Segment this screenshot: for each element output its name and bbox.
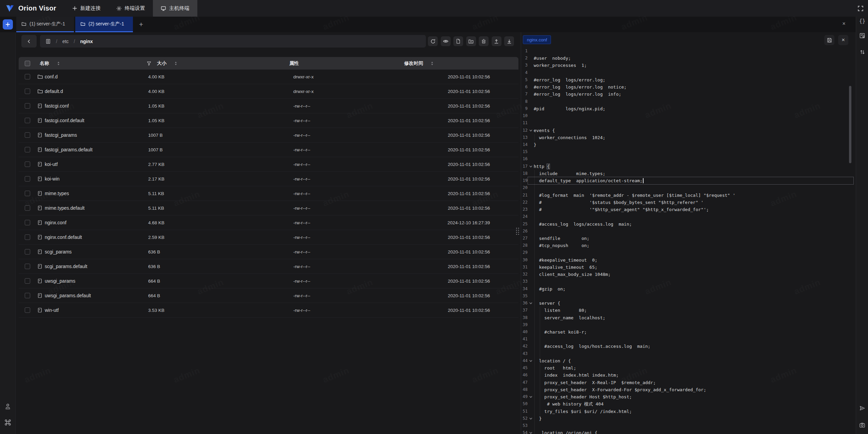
code-line[interactable]: 26 bbox=[522, 228, 856, 235]
code-line[interactable]: 4 bbox=[522, 69, 856, 76]
send-icon[interactable] bbox=[859, 404, 866, 412]
column-name[interactable]: 名称 bbox=[40, 60, 49, 67]
code-line[interactable]: 48 proxy_set_header X-Forwarded-For $pro… bbox=[522, 386, 856, 393]
table-row[interactable]: fastcgi.conf1.05 KB-rw-r--r--2020-11-01 … bbox=[19, 99, 518, 113]
file-name[interactable]: conf.d bbox=[45, 74, 58, 79]
table-row[interactable]: nginx.conf.default2.59 KB-rw-r--r--2020-… bbox=[19, 230, 518, 245]
row-checkbox[interactable] bbox=[25, 132, 30, 138]
table-row[interactable]: fastcgi_params.default1007 B-rw-r--r--20… bbox=[19, 143, 518, 157]
code-line[interactable]: 21 #log_format main '$remote_addr - $rem… bbox=[522, 192, 856, 199]
code-line[interactable]: 17http { bbox=[522, 163, 856, 170]
row-checkbox[interactable] bbox=[25, 264, 30, 269]
file-name[interactable]: nginx.conf bbox=[45, 220, 66, 225]
row-checkbox[interactable] bbox=[25, 118, 30, 123]
code-line[interactable]: 2#user nobody; bbox=[522, 55, 856, 62]
file-name[interactable]: fastcgi_params.default bbox=[45, 147, 93, 152]
code-line[interactable]: 16 bbox=[522, 155, 856, 163]
code-line[interactable]: 51 try_files $uri $uri/ /index.html; bbox=[522, 408, 856, 415]
code-line[interactable]: 27 sendfile on; bbox=[522, 235, 856, 242]
new-file-icon[interactable] bbox=[453, 36, 463, 46]
table-row[interactable]: mime.types.default5.11 KB-rw-r--r--2020-… bbox=[19, 201, 518, 215]
code-line[interactable]: 15 bbox=[522, 148, 856, 155]
preview-icon[interactable] bbox=[441, 36, 451, 46]
code-line[interactable]: 47 proxy_set_header X-Real-IP $remote_ad… bbox=[522, 379, 856, 386]
code-line[interactable]: 41 bbox=[522, 336, 856, 343]
row-checkbox[interactable] bbox=[25, 176, 30, 182]
code-line[interactable]: 45 root html; bbox=[522, 364, 856, 372]
list-icon[interactable] bbox=[45, 39, 51, 44]
code-line[interactable]: 12events { bbox=[522, 127, 856, 134]
menu-host-terminal[interactable]: 主机终端 bbox=[153, 0, 197, 17]
code-line[interactable]: 31 keepalive_timeout 65; bbox=[522, 264, 856, 271]
code-line[interactable]: 53 bbox=[522, 422, 856, 429]
code-line[interactable]: 10 bbox=[522, 112, 856, 119]
file-name[interactable]: win-utf bbox=[45, 307, 59, 313]
code-line[interactable]: 25 #access_log logs/access.log main; bbox=[522, 221, 856, 228]
code-line[interactable]: 50 # web history 模式 404 bbox=[522, 400, 856, 408]
table-row[interactable]: scgi_params636 B-rw-r--r--2020-11-01 10:… bbox=[19, 245, 518, 259]
editor-scrollbar[interactable] bbox=[849, 86, 851, 163]
code-line[interactable]: 8 bbox=[522, 98, 856, 105]
add-tab-button[interactable]: + bbox=[139, 20, 143, 29]
braces-icon[interactable]: {} bbox=[859, 17, 866, 25]
column-size[interactable]: 大小 bbox=[157, 60, 166, 67]
code-line[interactable]: 6#error_log logs/error.log notice; bbox=[522, 83, 856, 91]
code-line[interactable]: 32 client_max_body_size 1048m; bbox=[522, 271, 856, 278]
file-name[interactable]: nginx.conf.default bbox=[45, 234, 82, 240]
tab-server-2-active[interactable]: (2) server-生产-1 bbox=[75, 17, 133, 32]
row-checkbox[interactable] bbox=[25, 147, 30, 152]
code-line[interactable]: 37 listen 80; bbox=[522, 307, 856, 314]
table-row[interactable]: conf.d4.00 KBdrwxr-xr-x2020-11-01 10:02:… bbox=[19, 70, 518, 84]
tab-server-1[interactable]: (1) server-生产-1 bbox=[16, 17, 74, 32]
table-row[interactable]: nginx.conf4.68 KB-rw-r--r--2024-12-10 16… bbox=[19, 215, 518, 230]
row-checkbox[interactable] bbox=[25, 249, 30, 254]
row-checkbox[interactable] bbox=[25, 278, 30, 284]
divider-drag-handle[interactable] bbox=[516, 228, 519, 235]
fullscreen-icon[interactable] bbox=[856, 4, 865, 13]
table-row[interactable]: default.d4.00 KBdrwxr-xr-x2020-11-01 10:… bbox=[19, 84, 518, 99]
sort-icon[interactable] bbox=[859, 48, 866, 56]
code-line[interactable]: 18 include mime.types; bbox=[522, 170, 856, 177]
fold-chevron-icon[interactable] bbox=[528, 163, 533, 170]
row-checkbox[interactable] bbox=[25, 220, 30, 225]
row-checkbox[interactable] bbox=[25, 205, 30, 211]
code-line[interactable]: 49 proxy_set_header Host $http_host; bbox=[522, 393, 856, 400]
fold-chevron-icon[interactable] bbox=[528, 429, 533, 434]
funnel-icon[interactable] bbox=[146, 61, 152, 66]
table-row[interactable]: uwsgi_params664 B-rw-r--r--2020-11-01 10… bbox=[19, 274, 518, 288]
doc-bookmark-icon[interactable] bbox=[859, 32, 866, 39]
table-row[interactable]: fastcgi_params1007 B-rw-r--r--2020-11-01… bbox=[19, 128, 518, 143]
menu-new-connection[interactable]: 新建连接 bbox=[64, 0, 108, 17]
file-name[interactable]: fastcgi.conf.default bbox=[45, 118, 84, 123]
file-name[interactable]: mime.types bbox=[45, 191, 69, 196]
screenshot-icon[interactable] bbox=[859, 421, 866, 429]
back-button[interactable] bbox=[21, 35, 37, 48]
sort-icon[interactable] bbox=[430, 61, 434, 66]
code-line[interactable]: 36 server { bbox=[522, 300, 856, 307]
fold-chevron-icon[interactable] bbox=[528, 393, 533, 400]
table-row[interactable]: fastcgi.conf.default1.05 KB-rw-r--r--202… bbox=[19, 113, 518, 128]
user-icon[interactable] bbox=[4, 402, 12, 411]
fold-chevron-icon[interactable] bbox=[528, 127, 533, 134]
fold-chevron-icon[interactable] bbox=[528, 357, 533, 364]
code-line[interactable]: 30 #keepalive_timeout 0; bbox=[522, 257, 856, 264]
row-checkbox[interactable] bbox=[25, 89, 30, 94]
file-name[interactable]: fastcgi_params bbox=[45, 132, 77, 138]
command-icon[interactable] bbox=[4, 418, 12, 427]
row-checkbox[interactable] bbox=[25, 293, 30, 298]
code-line[interactable]: 19 default_type application/octet-stream… bbox=[522, 177, 856, 184]
code-line[interactable]: 33 bbox=[522, 278, 856, 285]
fold-chevron-icon[interactable] bbox=[528, 300, 533, 307]
file-name[interactable]: fastcgi.conf bbox=[45, 103, 69, 109]
panel-divider[interactable] bbox=[521, 32, 522, 434]
table-row[interactable]: uwsgi_params.default664 B-rw-r--r--2020-… bbox=[19, 288, 518, 303]
code-line[interactable]: 28 #tcp_nopush on; bbox=[522, 242, 856, 249]
close-icon[interactable]: × bbox=[838, 35, 848, 45]
row-checkbox[interactable] bbox=[25, 191, 30, 196]
save-icon[interactable] bbox=[824, 35, 834, 45]
upload-icon[interactable] bbox=[492, 36, 501, 46]
sort-icon[interactable] bbox=[174, 61, 178, 66]
code-line[interactable]: 1 bbox=[522, 48, 856, 55]
new-session-button[interactable] bbox=[3, 19, 13, 30]
download-icon[interactable] bbox=[504, 36, 514, 46]
